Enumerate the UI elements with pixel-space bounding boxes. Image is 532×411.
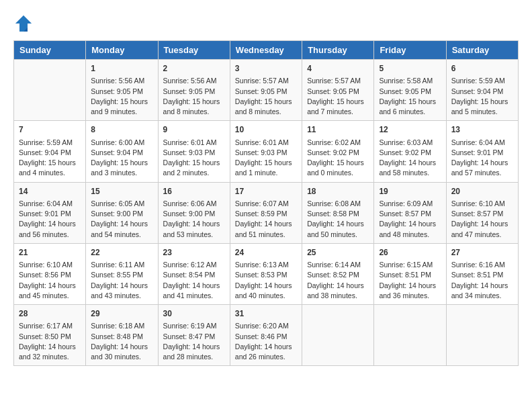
- cell-info: Sunrise: 6:11 AM Sunset: 8:55 PM Dayligh…: [91, 260, 152, 301]
- cell-info: Sunrise: 6:14 AM Sunset: 8:52 PM Dayligh…: [307, 260, 369, 301]
- cell-info: Sunrise: 6:08 AM Sunset: 8:58 PM Dayligh…: [307, 199, 369, 240]
- calendar-cell: 15Sunrise: 6:05 AM Sunset: 9:00 PM Dayli…: [86, 182, 158, 243]
- day-number: 23: [163, 247, 225, 259]
- col-header-wednesday: Wednesday: [230, 41, 302, 60]
- calendar-cell: [374, 305, 446, 366]
- day-number: 29: [91, 308, 152, 320]
- header: [13, 13, 519, 34]
- cell-info: Sunrise: 6:09 AM Sunset: 8:57 PM Dayligh…: [379, 199, 441, 240]
- calendar-cell: 24Sunrise: 6:13 AM Sunset: 8:53 PM Dayli…: [230, 243, 302, 304]
- calendar-cell: 20Sunrise: 6:10 AM Sunset: 8:57 PM Dayli…: [446, 182, 518, 243]
- day-number: 18: [307, 186, 369, 197]
- calendar-cell: 26Sunrise: 6:15 AM Sunset: 8:51 PM Dayli…: [374, 243, 446, 304]
- cell-info: Sunrise: 6:01 AM Sunset: 9:03 PM Dayligh…: [235, 138, 297, 179]
- cell-info: Sunrise: 5:57 AM Sunset: 9:05 PM Dayligh…: [307, 76, 369, 117]
- cell-info: Sunrise: 6:02 AM Sunset: 9:02 PM Dayligh…: [307, 138, 369, 179]
- cell-info: Sunrise: 5:56 AM Sunset: 9:05 PM Dayligh…: [163, 76, 225, 117]
- week-row-3: 14Sunrise: 6:04 AM Sunset: 9:01 PM Dayli…: [14, 182, 519, 243]
- day-number: 13: [451, 124, 513, 136]
- calendar-cell: 17Sunrise: 6:07 AM Sunset: 8:59 PM Dayli…: [230, 182, 302, 243]
- day-number: 11: [307, 124, 369, 136]
- calendar-cell: 7Sunrise: 5:59 AM Sunset: 9:04 PM Daylig…: [14, 121, 86, 182]
- logo-icon: [13, 13, 34, 34]
- calendar-cell: 12Sunrise: 6:03 AM Sunset: 9:02 PM Dayli…: [374, 121, 446, 182]
- calendar-cell: 19Sunrise: 6:09 AM Sunset: 8:57 PM Dayli…: [374, 182, 446, 243]
- day-number: 6: [451, 63, 513, 75]
- calendar-cell: [446, 305, 518, 366]
- cell-info: Sunrise: 6:04 AM Sunset: 9:01 PM Dayligh…: [451, 138, 513, 179]
- cell-info: Sunrise: 6:10 AM Sunset: 8:56 PM Dayligh…: [19, 260, 81, 301]
- col-header-thursday: Thursday: [302, 41, 374, 60]
- calendar-cell: [302, 305, 374, 366]
- col-header-friday: Friday: [374, 41, 446, 60]
- cell-info: Sunrise: 5:57 AM Sunset: 9:05 PM Dayligh…: [235, 76, 297, 117]
- calendar-cell: 1Sunrise: 5:56 AM Sunset: 9:05 PM Daylig…: [86, 60, 158, 121]
- cell-info: Sunrise: 6:19 AM Sunset: 8:47 PM Dayligh…: [163, 321, 225, 362]
- day-number: 3: [235, 63, 297, 75]
- week-row-4: 21Sunrise: 6:10 AM Sunset: 8:56 PM Dayli…: [14, 243, 519, 304]
- day-number: 26: [379, 247, 441, 259]
- svg-marker-1: [15, 15, 32, 32]
- calendar-cell: 9Sunrise: 6:01 AM Sunset: 9:03 PM Daylig…: [158, 121, 230, 182]
- calendar-cell: 5Sunrise: 5:58 AM Sunset: 9:05 PM Daylig…: [374, 60, 446, 121]
- week-row-1: 1Sunrise: 5:56 AM Sunset: 9:05 PM Daylig…: [14, 60, 519, 121]
- day-number: 5: [379, 63, 441, 75]
- cell-info: Sunrise: 6:03 AM Sunset: 9:02 PM Dayligh…: [379, 138, 441, 179]
- day-number: 20: [451, 186, 513, 197]
- calendar-cell: 10Sunrise: 6:01 AM Sunset: 9:03 PM Dayli…: [230, 121, 302, 182]
- calendar-cell: 31Sunrise: 6:20 AM Sunset: 8:46 PM Dayli…: [230, 305, 302, 366]
- day-number: 30: [163, 308, 225, 320]
- col-header-tuesday: Tuesday: [158, 41, 230, 60]
- calendar-cell: 11Sunrise: 6:02 AM Sunset: 9:02 PM Dayli…: [302, 121, 374, 182]
- day-number: 12: [379, 124, 441, 136]
- cell-info: Sunrise: 6:05 AM Sunset: 9:00 PM Dayligh…: [91, 199, 152, 240]
- calendar-cell: 18Sunrise: 6:08 AM Sunset: 8:58 PM Dayli…: [302, 182, 374, 243]
- cell-info: Sunrise: 6:00 AM Sunset: 9:04 PM Dayligh…: [91, 138, 152, 179]
- day-number: 2: [163, 63, 225, 75]
- day-number: 1: [91, 63, 152, 75]
- logo: [13, 13, 36, 34]
- week-row-5: 28Sunrise: 6:17 AM Sunset: 8:50 PM Dayli…: [14, 305, 519, 366]
- calendar-cell: 14Sunrise: 6:04 AM Sunset: 9:01 PM Dayli…: [14, 182, 86, 243]
- cell-info: Sunrise: 6:18 AM Sunset: 8:48 PM Dayligh…: [91, 321, 152, 362]
- calendar-cell: 28Sunrise: 6:17 AM Sunset: 8:50 PM Dayli…: [14, 305, 86, 366]
- day-number: 17: [235, 186, 297, 197]
- day-number: 31: [235, 308, 297, 320]
- calendar-cell: [14, 60, 86, 121]
- calendar-cell: 3Sunrise: 5:57 AM Sunset: 9:05 PM Daylig…: [230, 60, 302, 121]
- cell-info: Sunrise: 5:59 AM Sunset: 9:04 PM Dayligh…: [19, 138, 81, 179]
- day-number: 15: [91, 186, 152, 197]
- day-number: 21: [19, 247, 81, 259]
- cell-info: Sunrise: 6:17 AM Sunset: 8:50 PM Dayligh…: [19, 321, 81, 362]
- cell-info: Sunrise: 5:59 AM Sunset: 9:04 PM Dayligh…: [451, 76, 513, 117]
- cell-info: Sunrise: 6:15 AM Sunset: 8:51 PM Dayligh…: [379, 260, 441, 301]
- calendar-cell: 2Sunrise: 5:56 AM Sunset: 9:05 PM Daylig…: [158, 60, 230, 121]
- cell-info: Sunrise: 5:56 AM Sunset: 9:05 PM Dayligh…: [91, 76, 152, 117]
- calendar-cell: 27Sunrise: 6:16 AM Sunset: 8:51 PM Dayli…: [446, 243, 518, 304]
- calendar-cell: 13Sunrise: 6:04 AM Sunset: 9:01 PM Dayli…: [446, 121, 518, 182]
- day-number: 22: [91, 247, 152, 259]
- cell-info: Sunrise: 6:01 AM Sunset: 9:03 PM Dayligh…: [163, 138, 225, 179]
- cell-info: Sunrise: 6:12 AM Sunset: 8:54 PM Dayligh…: [163, 260, 225, 301]
- calendar-cell: 29Sunrise: 6:18 AM Sunset: 8:48 PM Dayli…: [86, 305, 158, 366]
- calendar-cell: 23Sunrise: 6:12 AM Sunset: 8:54 PM Dayli…: [158, 243, 230, 304]
- cell-info: Sunrise: 6:13 AM Sunset: 8:53 PM Dayligh…: [235, 260, 297, 301]
- day-number: 14: [19, 186, 81, 197]
- calendar-cell: 4Sunrise: 5:57 AM Sunset: 9:05 PM Daylig…: [302, 60, 374, 121]
- day-number: 10: [235, 124, 297, 136]
- calendar-cell: 6Sunrise: 5:59 AM Sunset: 9:04 PM Daylig…: [446, 60, 518, 121]
- cell-info: Sunrise: 6:07 AM Sunset: 8:59 PM Dayligh…: [235, 199, 297, 240]
- col-header-saturday: Saturday: [446, 41, 518, 60]
- calendar-cell: 8Sunrise: 6:00 AM Sunset: 9:04 PM Daylig…: [86, 121, 158, 182]
- day-number: 7: [19, 124, 81, 136]
- day-number: 9: [163, 124, 225, 136]
- calendar-cell: 22Sunrise: 6:11 AM Sunset: 8:55 PM Dayli…: [86, 243, 158, 304]
- cell-info: Sunrise: 6:20 AM Sunset: 8:46 PM Dayligh…: [235, 321, 297, 362]
- day-number: 8: [91, 124, 152, 136]
- cell-info: Sunrise: 6:10 AM Sunset: 8:57 PM Dayligh…: [451, 199, 513, 240]
- col-header-monday: Monday: [86, 41, 158, 60]
- day-number: 24: [235, 247, 297, 259]
- cell-info: Sunrise: 6:06 AM Sunset: 9:00 PM Dayligh…: [163, 199, 225, 240]
- day-number: 27: [451, 247, 513, 259]
- day-number: 16: [163, 186, 225, 197]
